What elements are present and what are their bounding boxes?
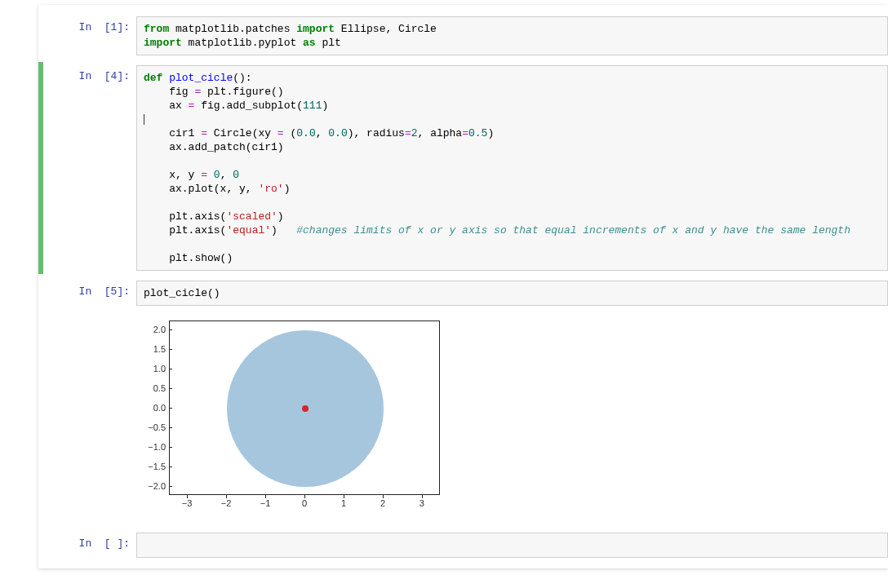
y-tick-label: 2.0 — [133, 325, 166, 334]
keyword: as — [303, 37, 316, 49]
x-tick-mark — [187, 495, 188, 498]
code-text: ) — [271, 224, 296, 237]
code-text: matplotlib.patches — [169, 23, 296, 35]
code-block: def plot_cicle(): fig = plt.figure() ax … — [144, 72, 850, 264]
string: 'scaled' — [226, 210, 277, 223]
code-input-3[interactable]: plot_cicle() — [136, 281, 888, 306]
code-text: plt.figure() — [201, 86, 283, 98]
keyword: import — [144, 37, 182, 49]
number: 0.0 — [296, 127, 315, 139]
x-tick-mark — [344, 495, 344, 498]
code-text: cir1 — [144, 127, 201, 139]
code-text — [207, 169, 214, 181]
code-text: plt.show() — [144, 252, 233, 264]
input-prompt-2: In [4]: — [38, 65, 136, 271]
comment: #changes limits of x or y axis so that e… — [296, 224, 850, 237]
code-cell-2[interactable]: In [4]: def plot_cicle(): fig = plt.figu… — [38, 62, 888, 274]
code-input-1[interactable]: from matplotlib.patches import Ellipse, … — [136, 16, 888, 55]
y-tick-mark — [169, 369, 172, 369]
x-tick-label: −1 — [260, 498, 271, 508]
y-tick-mark — [169, 486, 172, 487]
number: 111 — [303, 99, 322, 112]
x-tick-mark — [226, 495, 227, 498]
y-tick-mark — [169, 349, 172, 350]
input-prompt-4: In [ ]: — [38, 533, 136, 558]
code-text: plot_cicle() — [144, 287, 220, 299]
code-text: , alpha — [418, 127, 463, 139]
output-prompt-3 — [38, 312, 136, 317]
code-line: plot_cicle() — [144, 287, 220, 299]
code-cell-1[interactable]: In [1]: from matplotlib.patches import E… — [38, 13, 888, 59]
keyword: import — [296, 23, 335, 35]
matplotlib-figure: 2.01.51.00.50.0−0.5−1.0−1.5−2.0−3−2−1012… — [136, 316, 445, 518]
code-text: ) — [284, 183, 291, 195]
code-text: ) — [322, 99, 328, 112]
string: 'equal' — [226, 224, 271, 237]
code-text: x, y — [144, 169, 201, 181]
code-text: ), radius — [348, 127, 405, 139]
code-cell-4[interactable]: In [ ]: — [38, 529, 888, 561]
y-tick-label: 1.5 — [133, 344, 166, 354]
operator: = — [201, 127, 207, 139]
x-tick-label: 1 — [341, 498, 346, 508]
x-tick-mark — [265, 495, 266, 498]
number: 0 — [233, 169, 239, 181]
y-tick-label: 1.0 — [133, 364, 166, 374]
code-input-2[interactable]: def plot_cicle(): fig = plt.figure() ax … — [136, 65, 888, 271]
y-tick-label: 0.5 — [133, 383, 166, 393]
code-text: plt — [316, 37, 341, 49]
y-tick-mark — [169, 329, 172, 330]
number: 0 — [214, 169, 220, 181]
number: 0.0 — [328, 127, 347, 139]
input-prompt-1: In [1]: — [38, 16, 136, 55]
x-tick-label: 2 — [380, 498, 385, 508]
y-tick-label: −1.0 — [133, 442, 166, 452]
code-text: ( — [284, 127, 297, 139]
number: 2 — [411, 127, 418, 139]
operator: = — [462, 127, 468, 139]
input-prompt-3: In [5]: — [38, 281, 136, 306]
code-text: , — [220, 169, 233, 181]
code-text: fig.add_subplot( — [194, 99, 303, 112]
operator: = — [278, 127, 284, 139]
code-line: from matplotlib.patches import Ellipse, … — [144, 23, 437, 49]
y-tick-label: −0.5 — [133, 422, 166, 432]
code-text: ) — [278, 210, 284, 223]
code-input-4[interactable] — [136, 533, 888, 558]
number: 0.5 — [468, 127, 487, 139]
page: In [1]: from matplotlib.patches import E… — [0, 0, 888, 588]
notebook-panel: In [1]: from matplotlib.patches import E… — [38, 5, 888, 568]
data-point — [302, 405, 309, 412]
y-tick-mark — [169, 408, 172, 409]
string: 'ro' — [258, 183, 283, 195]
x-tick-mark — [304, 495, 305, 498]
text-cursor — [144, 114, 144, 125]
operator: = — [201, 169, 207, 181]
code-text: fig — [144, 86, 194, 98]
x-tick-mark — [383, 495, 384, 498]
code-text: matplotlib.pyplot — [182, 37, 303, 49]
plot-axes — [169, 321, 440, 495]
operator: = — [405, 127, 411, 139]
function-name: plot_cicle — [169, 72, 233, 84]
output-cell-3: 2.01.51.00.50.0−0.5−1.0−1.5−2.0−3−2−1012… — [38, 312, 888, 518]
y-tick-mark — [169, 466, 172, 467]
x-tick-label: −3 — [182, 498, 193, 508]
code-text: ax.plot(x, y, — [144, 183, 258, 195]
code-text: Circle(xy — [207, 127, 278, 139]
code-text: Ellipse, Circle — [335, 23, 437, 35]
code-cell-3[interactable]: In [5]: plot_cicle() — [38, 277, 888, 309]
y-tick-mark — [169, 427, 172, 428]
y-tick-label: −1.5 — [133, 462, 166, 471]
keyword: def — [144, 72, 162, 84]
code-text: plt.axis( — [144, 224, 226, 237]
y-tick-mark — [169, 388, 172, 389]
code-text: ax.add_patch(cir1) — [144, 141, 284, 153]
code-text: ) — [487, 127, 494, 139]
code-text: plt.axis( — [144, 210, 226, 223]
x-tick-label: 3 — [420, 498, 424, 508]
y-tick-label: 0.0 — [133, 403, 166, 413]
x-tick-mark — [422, 495, 423, 498]
y-tick-label: −2.0 — [133, 481, 166, 491]
code-text: , — [316, 127, 329, 139]
